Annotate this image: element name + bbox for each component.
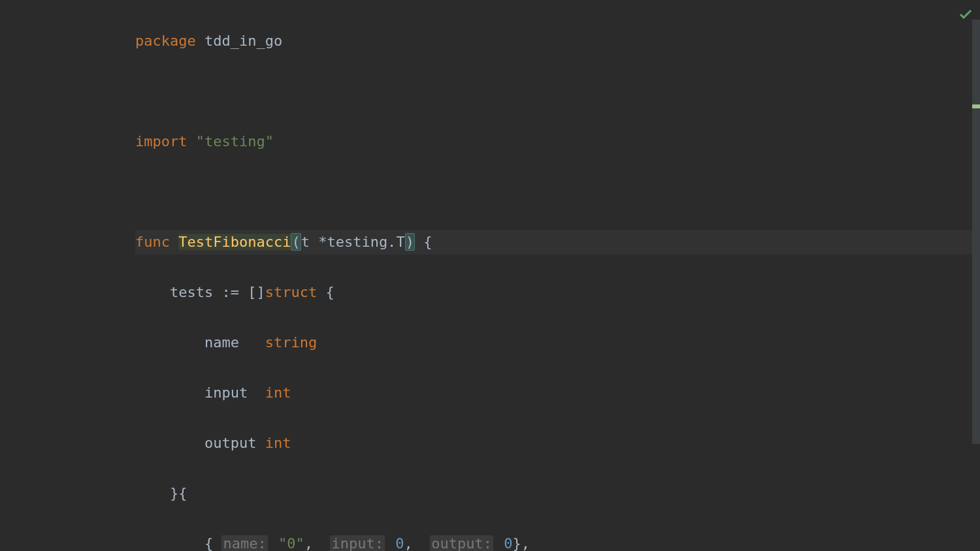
package-name: tdd_in_go (204, 33, 282, 49)
status-ok-icon (959, 4, 972, 29)
scrollbar-track[interactable] (972, 20, 980, 444)
row1-input: 0 (395, 535, 404, 552)
scrollbar-marker[interactable] (972, 104, 980, 108)
field-output: output (204, 435, 256, 451)
code-editor[interactable]: package tdd_in_go import "testing" func … (0, 0, 980, 551)
close-paren: ) (405, 233, 415, 251)
row1-output: 0 (504, 535, 512, 552)
type-string: string (265, 334, 317, 351)
function-name: TestFibonacci (178, 234, 291, 250)
field-name: name (204, 334, 239, 351)
hint-input-1: input: (330, 535, 384, 552)
keyword-import: import (135, 133, 187, 150)
keyword-func: func (135, 234, 170, 250)
type-int: int (265, 385, 291, 401)
keyword-package: package (135, 33, 196, 49)
import-path: "testing" (196, 133, 274, 150)
tests-var: tests (170, 284, 213, 300)
param-type: T (396, 234, 404, 250)
open-paren: ( (291, 233, 301, 251)
keyword-struct: struct (265, 284, 317, 300)
hint-name-1: name: (221, 535, 267, 552)
type-int-2: int (265, 435, 291, 451)
row1-name: "0" (278, 535, 304, 552)
field-input: input (204, 385, 248, 401)
param: t *testing. (301, 234, 397, 250)
hint-output-1: output: (430, 535, 493, 552)
